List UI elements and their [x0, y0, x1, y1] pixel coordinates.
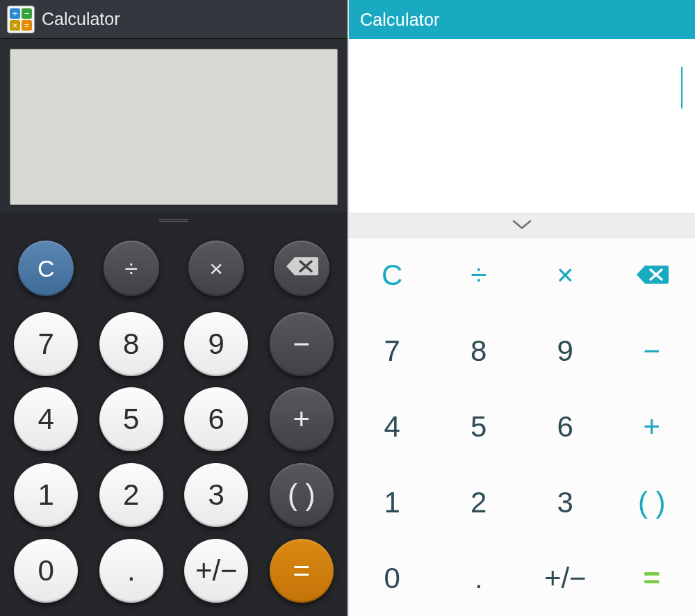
key-eight[interactable]: 8: [436, 314, 523, 389]
key-nine[interactable]: 9: [177, 310, 256, 379]
key-label: 1: [38, 478, 54, 512]
key-label: 9: [557, 334, 573, 368]
key-backspace[interactable]: [609, 238, 696, 314]
key-plus[interactable]: +: [263, 385, 341, 454]
key-label: 2: [471, 486, 486, 519]
key-decimal[interactable]: .: [436, 540, 523, 616]
key-one[interactable]: 1: [7, 461, 85, 530]
key-label: 1: [384, 486, 400, 519]
key-two[interactable]: 2: [92, 461, 171, 530]
key-label: 9: [208, 327, 224, 361]
key-multiply[interactable]: ×: [522, 238, 609, 314]
key-minus[interactable]: −: [263, 310, 341, 379]
key-sign[interactable]: +/−: [177, 536, 256, 605]
backspace-icon: [285, 255, 318, 282]
key-nine[interactable]: 9: [522, 314, 609, 389]
backspace-icon: [635, 259, 669, 292]
key-five[interactable]: 5: [436, 389, 523, 465]
key-label: =: [293, 554, 310, 587]
key-label: 4: [38, 403, 54, 436]
key-label: ×: [557, 259, 574, 292]
key-label: 7: [384, 334, 400, 368]
key-label: ( ): [638, 486, 666, 519]
key-label: +: [293, 403, 310, 436]
key-clear[interactable]: C: [349, 238, 436, 314]
left-calculator: +− ×= Calculator C÷×789−456+123( )0.+/−=: [0, 0, 348, 616]
chevron-down-icon: [512, 220, 532, 231]
key-equals[interactable]: =: [263, 536, 341, 605]
key-five[interactable]: 5: [92, 385, 171, 454]
key-clear[interactable]: C: [7, 234, 85, 303]
key-label: +/−: [544, 562, 587, 595]
key-plus[interactable]: +: [609, 389, 696, 465]
key-label: C: [38, 255, 55, 282]
key-multiply[interactable]: ×: [177, 234, 256, 303]
key-label: 3: [208, 478, 224, 512]
key-zero[interactable]: 0: [7, 536, 85, 605]
key-eight[interactable]: 8: [92, 310, 171, 379]
key-label: 5: [471, 410, 486, 444]
key-label: ×: [209, 255, 223, 282]
key-six[interactable]: 6: [177, 385, 256, 454]
key-zero[interactable]: 0: [349, 540, 436, 616]
key-divide[interactable]: ÷: [436, 238, 523, 314]
key-label: 8: [123, 327, 139, 361]
left-keypad: C÷×789−456+123( )0.+/−=: [0, 229, 348, 616]
key-label: ( ): [288, 478, 316, 512]
key-label: ÷: [471, 259, 486, 292]
key-seven[interactable]: 7: [7, 310, 85, 379]
left-display-wrap: [0, 39, 348, 212]
key-decimal[interactable]: .: [92, 536, 171, 605]
key-four[interactable]: 4: [7, 385, 85, 454]
key-label: −: [293, 327, 310, 361]
key-label: 6: [557, 410, 573, 444]
key-label: 3: [557, 486, 573, 519]
right-header: Calculator: [349, 0, 695, 39]
key-label: +/−: [195, 554, 238, 587]
expand-panel-button[interactable]: [349, 213, 695, 238]
app-title: Calculator: [42, 9, 120, 29]
key-sign[interactable]: +/−: [522, 540, 609, 616]
key-divide[interactable]: ÷: [92, 234, 171, 303]
key-label: −: [643, 334, 660, 368]
key-label: =: [643, 562, 660, 595]
drag-handle-icon: [159, 219, 188, 222]
key-label: 0: [38, 554, 54, 587]
key-label: 5: [123, 403, 139, 436]
key-label: .: [475, 562, 483, 595]
right-keypad: C÷×789−456+123( )0.+/−=: [349, 238, 695, 616]
left-header: +− ×= Calculator: [0, 0, 348, 39]
key-three[interactable]: 3: [522, 464, 609, 540]
key-parens[interactable]: ( ): [609, 464, 696, 540]
key-minus[interactable]: −: [609, 314, 696, 389]
right-calculator: Calculator C÷×789−456+123( )0.+/−=: [348, 0, 695, 616]
left-display[interactable]: [10, 49, 338, 205]
key-label: .: [127, 554, 136, 587]
key-label: 6: [208, 403, 224, 436]
text-cursor: [681, 67, 682, 108]
app-title: Calculator: [360, 10, 440, 30]
key-parens[interactable]: ( ): [263, 461, 341, 530]
key-three[interactable]: 3: [177, 461, 256, 530]
expand-handle[interactable]: [0, 212, 348, 229]
key-backspace[interactable]: [263, 234, 341, 303]
key-six[interactable]: 6: [522, 389, 609, 465]
key-label: 0: [384, 562, 400, 595]
key-four[interactable]: 4: [349, 389, 436, 465]
key-label: +: [643, 410, 660, 444]
calculator-app-icon: +− ×=: [7, 6, 35, 33]
key-label: 2: [123, 478, 139, 512]
key-label: C: [382, 259, 402, 292]
right-display[interactable]: [349, 39, 695, 213]
key-label: ÷: [124, 255, 138, 282]
key-label: 7: [38, 327, 54, 361]
key-equals[interactable]: =: [609, 540, 696, 616]
key-label: 8: [471, 334, 486, 368]
key-two[interactable]: 2: [436, 464, 523, 540]
key-seven[interactable]: 7: [349, 314, 436, 389]
key-label: 4: [384, 410, 400, 444]
key-one[interactable]: 1: [349, 464, 436, 540]
